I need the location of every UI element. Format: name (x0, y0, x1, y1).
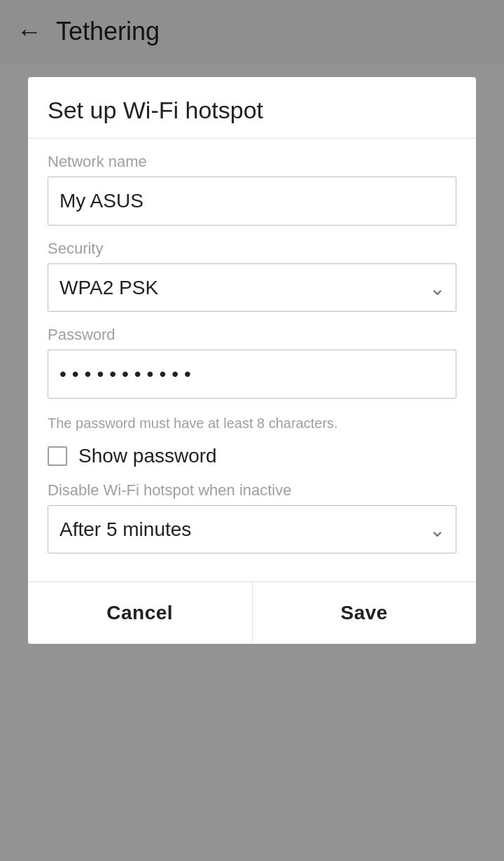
disable-select[interactable]: Never After 5 minutes After 10 minutes A… (48, 505, 456, 553)
disable-inactive-label: Disable Wi-Fi hotspot when inactive (48, 481, 456, 500)
password-label: Password (48, 326, 456, 344)
dialog-body: Network name Security Open WPA2 PSK ⌄ Pa… (28, 139, 476, 567)
show-password-checkbox[interactable] (48, 446, 67, 466)
password-hint: The password must have at least 8 charac… (48, 413, 456, 434)
dialog-title: Set up Wi-Fi hotspot (28, 77, 476, 139)
save-button[interactable]: Save (253, 582, 477, 644)
security-select-wrapper: Open WPA2 PSK ⌄ (48, 263, 456, 312)
dialog-actions: Cancel Save (28, 581, 476, 644)
wifi-hotspot-dialog: Set up Wi-Fi hotspot Network name Securi… (28, 77, 476, 644)
show-password-label: Show password (78, 445, 217, 467)
security-label: Security (48, 240, 456, 258)
password-input[interactable] (48, 350, 456, 399)
network-name-input[interactable] (48, 177, 456, 226)
cancel-button[interactable]: Cancel (28, 582, 253, 644)
security-select[interactable]: Open WPA2 PSK (48, 263, 456, 312)
disable-select-wrapper: Never After 5 minutes After 10 minutes A… (48, 505, 456, 553)
network-name-label: Network name (48, 153, 456, 171)
dialog-overlay: Set up Wi-Fi hotspot Network name Securi… (0, 0, 504, 861)
show-password-row: Show password (48, 445, 456, 467)
